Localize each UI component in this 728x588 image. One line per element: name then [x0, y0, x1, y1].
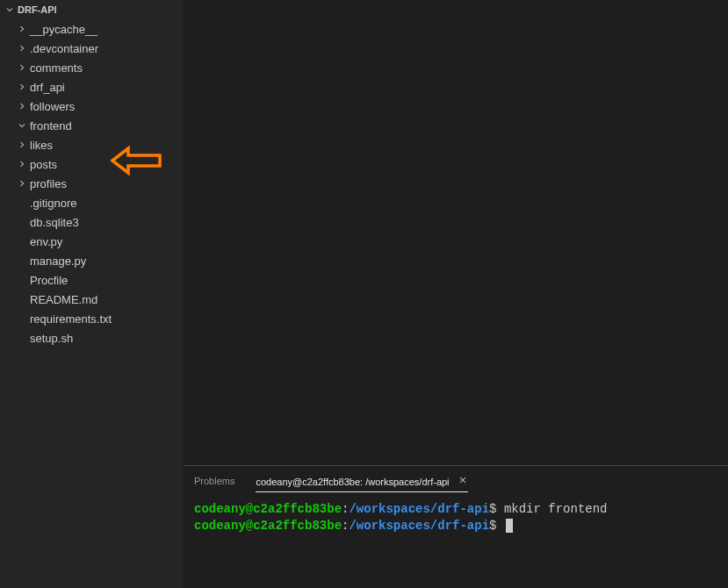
chevron-down-icon: [16, 119, 28, 132]
folder-likes[interactable]: likes: [0, 135, 183, 154]
chevron-down-icon: [4, 4, 16, 16]
terminal-line: codeany@c2a2ffcb83be:/workspaces/drf-api…: [194, 501, 717, 518]
chevron-right-icon: [16, 158, 28, 170]
close-icon[interactable]: [458, 477, 468, 487]
explorer-root[interactable]: DRF-API: [0, 0, 183, 19]
tree-item-label: env.py: [30, 235, 62, 248]
terminal-cursor: [506, 519, 513, 533]
tree-item-label: .devcontainer: [30, 42, 98, 55]
terminal-user: codeany@c2a2ffcb83be: [194, 502, 342, 516]
folder--devcontainer[interactable]: .devcontainer: [0, 39, 183, 58]
folder-drf-api[interactable]: drf_api: [0, 77, 183, 97]
chevron-right-icon: [16, 23, 28, 35]
tree-item-label: followers: [30, 100, 75, 113]
tab-problems[interactable]: Problems: [194, 470, 234, 491]
file-readme-md[interactable]: README.md: [0, 290, 183, 309]
chevron-right-icon: [16, 81, 28, 93]
chevron-right-icon: [16, 100, 28, 112]
folder-comments[interactable]: comments: [0, 58, 183, 77]
terminal-command: mkdir frontend: [496, 502, 607, 516]
tree-item-label: drf_api: [30, 81, 65, 94]
file-requirements-txt[interactable]: requirements.txt: [0, 309, 183, 328]
file-setup-sh[interactable]: setup.sh: [0, 328, 183, 348]
tree-item-label: README.md: [30, 293, 97, 306]
folder-followers[interactable]: followers: [0, 97, 183, 116]
tree-item-label: frontend: [30, 119, 72, 133]
folder-posts[interactable]: posts: [0, 154, 183, 174]
chevron-right-icon: [16, 42, 28, 54]
file-procfile[interactable]: Procfile: [0, 270, 183, 290]
tree-item-label: setup.sh: [30, 332, 73, 345]
terminal-user: codeany@c2a2ffcb83be: [194, 519, 342, 533]
tree-item-label: likes: [30, 139, 53, 152]
tab-problems-label: Problems: [194, 476, 234, 486]
terminal-command: [496, 519, 503, 533]
main-area: Problems codeany@c2a2ffcb83be: /workspac…: [184, 0, 728, 588]
folder-frontend[interactable]: frontend: [0, 116, 183, 135]
tree-item-label: manage.py: [30, 255, 86, 268]
tab-terminal-label: codeany@c2a2ffcb83be: /workspaces/drf-ap…: [256, 477, 449, 487]
file-tree: __pycache__.devcontainercommentsdrf_apif…: [0, 19, 183, 348]
file--gitignore[interactable]: .gitignore: [0, 193, 183, 212]
tree-item-label: posts: [30, 158, 57, 171]
tree-item-label: __pycache__: [30, 23, 97, 36]
tree-item-label: profiles: [30, 177, 67, 190]
bottom-panel: Problems codeany@c2a2ffcb83be: /workspac…: [184, 465, 728, 588]
tree-item-label: db.sqlite3: [30, 216, 79, 229]
tree-item-label: requirements.txt: [30, 312, 112, 326]
chevron-right-icon: [16, 177, 28, 190]
panel-tabs: Problems codeany@c2a2ffcb83be: /workspac…: [184, 466, 728, 496]
editor-area: [184, 0, 728, 465]
file-manage-py[interactable]: manage.py: [0, 251, 183, 270]
tab-terminal[interactable]: codeany@c2a2ffcb83be: /workspaces/drf-ap…: [256, 470, 467, 492]
terminal-path: /workspaces/drf-api: [349, 519, 489, 533]
terminal-line: codeany@c2a2ffcb83be:/workspaces/drf-api…: [194, 518, 717, 534]
file-db-sqlite3[interactable]: db.sqlite3: [0, 212, 183, 232]
tree-item-label: comments: [30, 61, 83, 75]
folder---pycache--[interactable]: __pycache__: [0, 19, 183, 39]
root-label: DRF-API: [18, 4, 57, 15]
tree-item-label: Procfile: [30, 274, 68, 287]
tree-item-label: .gitignore: [30, 197, 76, 210]
terminal-path: /workspaces/drf-api: [349, 502, 489, 516]
terminal[interactable]: codeany@c2a2ffcb83be:/workspaces/drf-api…: [184, 496, 728, 588]
chevron-right-icon: [16, 139, 28, 151]
chevron-right-icon: [16, 61, 28, 74]
file-env-py[interactable]: env.py: [0, 232, 183, 251]
folder-profiles[interactable]: profiles: [0, 174, 183, 193]
file-explorer: DRF-API __pycache__.devcontainercomments…: [0, 0, 184, 588]
